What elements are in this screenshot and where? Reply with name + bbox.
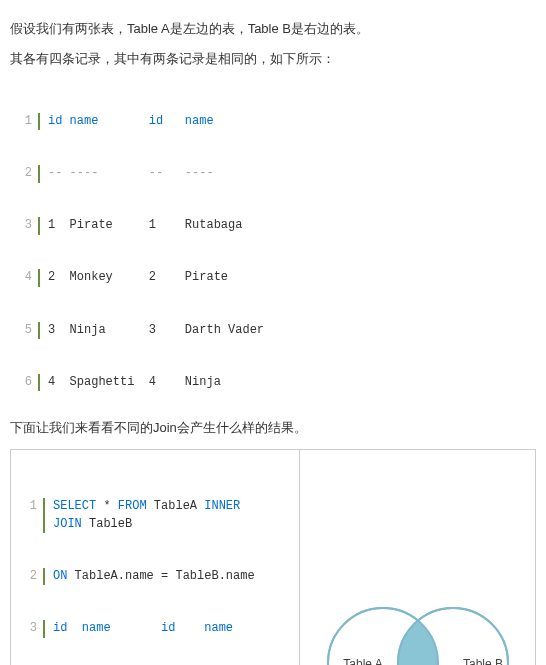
- inner-join-venn-icon: Table A Table B: [305, 588, 531, 665]
- intro-paragraph-1: 假设我们有两张表，Table A是左边的表，Table B是右边的表。: [10, 18, 536, 40]
- svg-text:Table A: Table A: [343, 657, 382, 665]
- inner-join-section: 1SELECT * FROM TableA INNERJOIN TableB 2…: [11, 450, 535, 665]
- inner-join-code: 1SELECT * FROM TableA INNERJOIN TableB 2…: [15, 464, 293, 665]
- svg-text:Table B: Table B: [462, 657, 502, 665]
- intro-paragraph-3: 下面让我们来看看不同的Join会产生什么样的结果。: [10, 417, 536, 439]
- source-tables-code: 1id name id name 2-- ---- -- ---- 31 Pir…: [10, 78, 536, 408]
- intro-paragraph-2: 其各有四条记录，其中有两条记录是相同的，如下所示：: [10, 48, 536, 70]
